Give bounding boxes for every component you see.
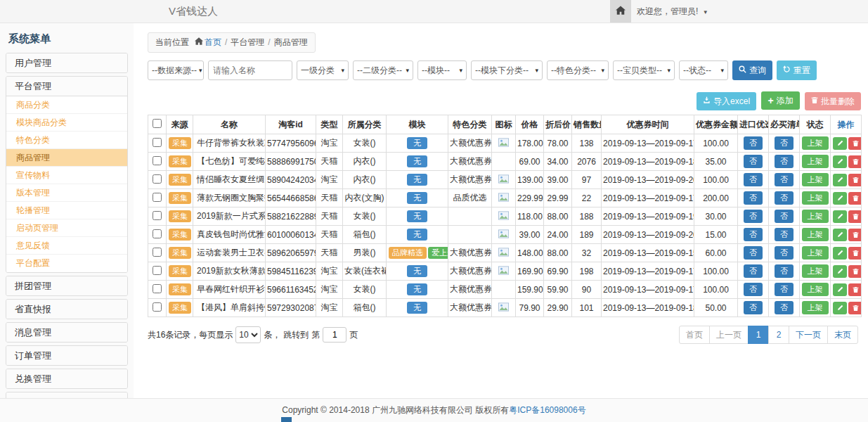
sidebar-item[interactable]: 兑换管理 xyxy=(6,369,127,388)
sidebar-item[interactable]: 用户管理 xyxy=(6,53,127,72)
import-select-toggle[interactable]: 否 xyxy=(744,228,763,241)
sidebar-item[interactable]: 消息管理 xyxy=(6,323,127,342)
row-checkbox[interactable] xyxy=(153,229,162,238)
icp-link[interactable]: 粤ICP备16098006号 xyxy=(509,405,585,415)
import-select-toggle[interactable]: 否 xyxy=(744,301,763,314)
must-buy-toggle[interactable]: 否 xyxy=(775,136,793,150)
filter-select[interactable]: 一级分类▾ xyxy=(297,60,349,80)
import-select-toggle[interactable]: 否 xyxy=(744,246,763,260)
batch-delete-button[interactable]: 批量删除 xyxy=(805,92,861,110)
sidebar-item[interactable]: 订单管理 xyxy=(6,346,127,365)
filter-select[interactable]: --宝贝类型--▾ xyxy=(613,60,675,80)
row-checkbox[interactable] xyxy=(153,284,162,293)
status-toggle[interactable]: 上架 xyxy=(802,173,829,186)
sidebar-item[interactable]: 省直快报 xyxy=(6,300,127,319)
name-filter-input[interactable] xyxy=(208,60,292,80)
delete-button[interactable] xyxy=(848,174,862,186)
filter-select[interactable]: --状态--▾ xyxy=(679,60,728,80)
row-checkbox[interactable] xyxy=(153,211,162,220)
must-buy-toggle[interactable]: 否 xyxy=(775,283,793,296)
add-button[interactable]: + 添加 xyxy=(761,91,799,110)
edit-button[interactable] xyxy=(833,283,847,296)
page-jump-input[interactable] xyxy=(323,327,346,343)
import-select-toggle[interactable]: 否 xyxy=(744,283,763,296)
status-toggle[interactable]: 上架 xyxy=(802,210,829,223)
sidebar-subitem[interactable]: 版本管理 xyxy=(6,184,127,202)
sidebar-subitem[interactable]: 轮播管理 xyxy=(6,202,127,219)
delete-button[interactable] xyxy=(848,137,862,150)
delete-button[interactable] xyxy=(848,229,862,241)
status-toggle[interactable]: 上架 xyxy=(802,301,829,314)
edit-button[interactable] xyxy=(833,265,847,278)
must-buy-toggle[interactable]: 否 xyxy=(775,301,793,314)
import-select-toggle[interactable]: 否 xyxy=(744,136,763,150)
edit-button[interactable] xyxy=(833,210,847,223)
row-checkbox[interactable] xyxy=(153,193,162,202)
per-page-select[interactable]: 10 xyxy=(235,326,261,343)
sidebar-item[interactable]: 拼团管理 xyxy=(6,276,127,295)
row-checkbox[interactable] xyxy=(153,138,162,147)
import-select-toggle[interactable]: 否 xyxy=(744,210,763,223)
sidebar-subitem[interactable]: 平台配置 xyxy=(6,255,127,272)
page-button[interactable]: 2 xyxy=(768,326,789,344)
row-checkbox[interactable] xyxy=(153,266,162,275)
delete-button[interactable] xyxy=(848,247,862,260)
must-buy-toggle[interactable]: 否 xyxy=(775,264,793,278)
sidebar-subitem[interactable]: 特色分类 xyxy=(6,132,127,149)
status-toggle[interactable]: 上架 xyxy=(802,191,829,205)
must-buy-toggle[interactable]: 否 xyxy=(775,210,793,223)
row-checkbox[interactable] xyxy=(153,156,162,165)
sidebar-subitem[interactable]: 模块商品分类 xyxy=(6,114,127,132)
status-toggle[interactable]: 上架 xyxy=(802,264,829,278)
edit-button[interactable] xyxy=(833,192,847,205)
filter-select[interactable]: --数据来源--▾ xyxy=(148,60,204,80)
status-toggle[interactable]: 上架 xyxy=(802,155,829,168)
sidebar-subitem[interactable]: 宣传物料 xyxy=(6,167,127,184)
page-button[interactable]: 1 xyxy=(748,326,769,344)
status-toggle[interactable]: 上架 xyxy=(802,228,829,241)
status-toggle[interactable]: 上架 xyxy=(802,136,829,150)
delete-button[interactable] xyxy=(848,210,862,223)
filter-select[interactable]: --模块下分类--▾ xyxy=(471,60,543,80)
page-button[interactable]: 下一页 xyxy=(789,326,828,344)
status-toggle[interactable]: 上架 xyxy=(802,246,829,260)
delete-button[interactable] xyxy=(848,302,862,314)
edit-button[interactable] xyxy=(833,247,847,260)
home-button[interactable] xyxy=(610,0,631,23)
sidebar-subitem[interactable]: 启动页管理 xyxy=(6,219,127,237)
sidebar-subitem[interactable]: 意见反馈 xyxy=(6,237,127,255)
row-checkbox[interactable] xyxy=(153,174,162,184)
row-checkbox[interactable] xyxy=(153,302,162,312)
delete-button[interactable] xyxy=(848,283,862,296)
must-buy-toggle[interactable]: 否 xyxy=(775,155,793,168)
import-select-toggle[interactable]: 否 xyxy=(744,173,763,186)
must-buy-toggle[interactable]: 否 xyxy=(775,191,793,205)
delete-button[interactable] xyxy=(848,155,862,168)
import-excel-button[interactable]: 导入excel xyxy=(697,92,756,110)
import-select-toggle[interactable]: 否 xyxy=(744,264,763,278)
edit-button[interactable] xyxy=(833,229,847,241)
row-checkbox[interactable] xyxy=(153,248,162,257)
edit-button[interactable] xyxy=(833,302,847,314)
must-buy-toggle[interactable]: 否 xyxy=(775,246,793,260)
breadcrumb-home-link[interactable]: 首页 xyxy=(205,37,221,47)
sidebar-subitem[interactable]: 商品分类 xyxy=(6,96,127,114)
edit-button[interactable] xyxy=(833,137,847,150)
filter-select[interactable]: --二级分类--▾ xyxy=(353,60,413,80)
select-all-checkbox[interactable] xyxy=(153,119,162,128)
filter-select[interactable]: --特色分类--▾ xyxy=(547,60,609,80)
status-toggle[interactable]: 上架 xyxy=(802,283,829,296)
sidebar-item[interactable]: 平台管理 xyxy=(6,77,127,96)
delete-button[interactable] xyxy=(848,265,862,278)
must-buy-toggle[interactable]: 否 xyxy=(775,228,793,241)
edit-button[interactable] xyxy=(833,174,847,186)
must-buy-toggle[interactable]: 否 xyxy=(775,173,793,186)
sidebar-subitem[interactable]: 商品管理 xyxy=(6,149,127,167)
edit-button[interactable] xyxy=(833,155,847,168)
delete-button[interactable] xyxy=(848,192,862,205)
page-button[interactable]: 末页 xyxy=(827,326,858,344)
import-select-toggle[interactable]: 否 xyxy=(744,191,763,205)
reset-button[interactable]: 重置 xyxy=(777,60,817,80)
search-button[interactable]: 查询 xyxy=(732,60,772,80)
filter-select[interactable]: --模块--▾ xyxy=(417,60,467,80)
